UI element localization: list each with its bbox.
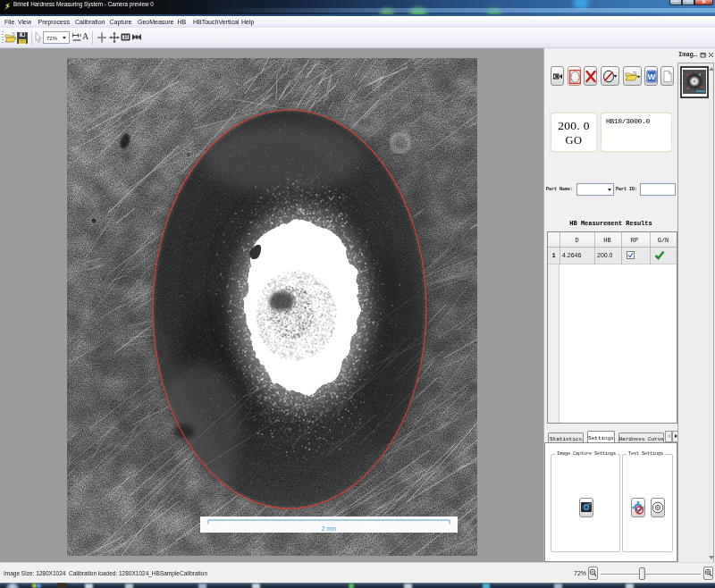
svg-text:W: W bbox=[647, 72, 655, 81]
svg-text:10: 10 bbox=[123, 35, 129, 39]
svg-text:2 mm: 2 mm bbox=[322, 525, 336, 532]
